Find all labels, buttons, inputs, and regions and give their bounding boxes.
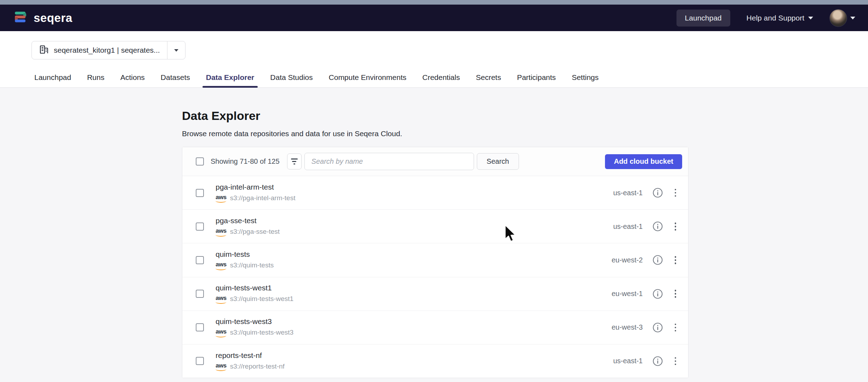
bucket-info: pga-sse-test aws s3://pga-sse-test (216, 216, 280, 237)
top-navbar: seqera Launchpad Help and Support (0, 5, 868, 31)
bucket-name[interactable]: pga-sse-test (216, 216, 280, 225)
tab-secrets[interactable]: Secrets (476, 67, 501, 87)
seqera-logo[interactable]: seqera (13, 10, 72, 27)
tab-datasets[interactable]: Datasets (161, 67, 190, 87)
row-menu-button[interactable] (673, 356, 679, 367)
bucket-info: reports-test-nf aws s3://reports-test-nf (216, 351, 285, 371)
workspace-tabs: Launchpad Runs Actions Datasets Data Exp… (0, 67, 868, 88)
user-menu[interactable] (829, 9, 855, 27)
tab-launchpad[interactable]: Launchpad (34, 67, 71, 87)
help-and-support-label: Help and Support (747, 14, 804, 22)
bucket-info: quim-tests-west3 aws s3://quim-tests-wes… (216, 317, 293, 337)
tab-actions[interactable]: Actions (120, 67, 145, 87)
tab-credentials[interactable]: Credentials (422, 67, 460, 87)
info-icon (652, 322, 663, 333)
info-icon (652, 221, 663, 232)
bucket-checkbox[interactable] (196, 189, 204, 197)
tab-label: Runs (87, 73, 104, 82)
workspace-band: seqeratest_kitorg1 | seqerates... Launch… (0, 31, 868, 88)
avatar (829, 9, 847, 27)
tab-label: Datasets (161, 73, 190, 82)
bucket-list: pga-intel-arm-test aws s3://pga-intel-ar… (182, 176, 688, 378)
bucket-row[interactable]: quim-tests-west3 aws s3://quim-tests-wes… (182, 311, 688, 345)
chevron-down-icon (850, 17, 855, 19)
workspace-selector[interactable]: seqeratest_kitorg1 | seqerates... (32, 41, 185, 59)
bucket-checkbox[interactable] (196, 290, 204, 298)
help-and-support-menu[interactable]: Help and Support (747, 14, 813, 22)
navbar-launchpad-button[interactable]: Launchpad (676, 10, 730, 27)
tab-label: Compute Environments (329, 73, 406, 82)
tab-label: Data Studios (270, 73, 313, 82)
tab-settings[interactable]: Settings (572, 67, 599, 87)
tab-compute-environments[interactable]: Compute Environments (329, 67, 406, 87)
tab-data-studios[interactable]: Data Studios (270, 67, 313, 87)
aws-logo-icon: aws (216, 261, 227, 270)
bucket-row[interactable]: quim-tests-west1 aws s3://quim-tests-wes… (182, 277, 688, 311)
info-button[interactable] (652, 255, 663, 265)
bucket-name[interactable]: reports-test-nf (216, 351, 285, 360)
bucket-name[interactable]: pga-intel-arm-test (216, 183, 295, 191)
aws-logo-icon: aws (216, 363, 227, 371)
bucket-checkbox[interactable] (196, 357, 204, 365)
row-menu-button[interactable] (673, 221, 679, 232)
tab-label: Data Explorer (206, 73, 255, 82)
bucket-checkbox[interactable] (196, 256, 204, 264)
info-button[interactable] (652, 322, 663, 333)
info-button[interactable] (652, 289, 663, 299)
chevron-down-icon (174, 49, 178, 52)
filter-button[interactable] (287, 154, 302, 169)
aws-logo-icon: aws (216, 194, 227, 203)
page-title: Data Explorer (182, 109, 260, 123)
bucket-region: us-east-1 (613, 189, 643, 197)
bucket-region: us-east-1 (613, 222, 643, 231)
bucket-checkbox[interactable] (196, 222, 204, 231)
kebab-menu-icon (673, 322, 679, 333)
bucket-checkbox[interactable] (196, 323, 204, 331)
bucket-row[interactable]: pga-sse-test aws s3://pga-sse-test us-ea… (182, 210, 688, 243)
tab-label: Settings (572, 73, 599, 82)
bucket-name[interactable]: quim-tests-west3 (216, 317, 293, 326)
select-all-checkbox[interactable] (196, 157, 204, 166)
add-cloud-bucket-button[interactable]: Add cloud bucket (605, 154, 682, 169)
bucket-uri: s3://quim-tests (230, 261, 274, 269)
bucket-region: eu-west-3 (612, 323, 643, 331)
bucket-region: eu-west-1 (612, 290, 643, 298)
bucket-info: pga-intel-arm-test aws s3://pga-intel-ar… (216, 183, 295, 203)
info-button[interactable] (652, 221, 663, 232)
bucket-name[interactable]: quim-tests-west1 (216, 284, 293, 292)
showing-count: Showing 71-80 of 125 (211, 157, 280, 166)
info-button[interactable] (652, 356, 663, 366)
tab-label: Secrets (476, 73, 501, 82)
search-button[interactable]: Search (477, 153, 519, 170)
info-icon (652, 289, 663, 299)
aws-logo-icon: aws (216, 329, 227, 337)
workspace-selector-caret[interactable] (167, 41, 185, 59)
kebab-menu-icon (673, 356, 679, 367)
info-icon (652, 187, 663, 198)
tab-participants[interactable]: Participants (517, 67, 556, 87)
aws-logo-icon: aws (216, 228, 227, 237)
chevron-down-icon (808, 17, 813, 19)
bucket-row[interactable]: pga-intel-arm-test aws s3://pga-intel-ar… (182, 176, 688, 210)
search-input[interactable] (304, 153, 474, 170)
tab-label: Launchpad (34, 73, 71, 82)
row-menu-button[interactable] (673, 322, 679, 333)
bucket-info: quim-tests-west1 aws s3://quim-tests-wes… (216, 284, 293, 304)
kebab-menu-icon (673, 255, 679, 266)
row-menu-button[interactable] (673, 255, 679, 266)
row-menu-button[interactable] (673, 288, 679, 299)
bucket-row[interactable]: quim-tests aws s3://quim-tests eu-west-2 (182, 243, 688, 277)
tab-label: Participants (517, 73, 556, 82)
tab-data-explorer[interactable]: Data Explorer (206, 67, 255, 87)
bucket-region: eu-west-2 (612, 256, 643, 264)
filter-icon (291, 158, 298, 160)
info-button[interactable] (652, 187, 663, 198)
bucket-row[interactable]: reports-test-nf aws s3://reports-test-nf… (182, 345, 688, 378)
bucket-name[interactable]: quim-tests (216, 250, 274, 259)
row-menu-button[interactable] (673, 187, 679, 198)
window-edge-strip (0, 0, 868, 5)
tab-runs[interactable]: Runs (87, 67, 104, 87)
bucket-uri: s3://pga-intel-arm-test (230, 194, 296, 202)
list-toolbar: Showing 71-80 of 125 Search Add cloud bu… (182, 147, 688, 176)
bucket-uri: s3://reports-test-nf (230, 363, 285, 370)
